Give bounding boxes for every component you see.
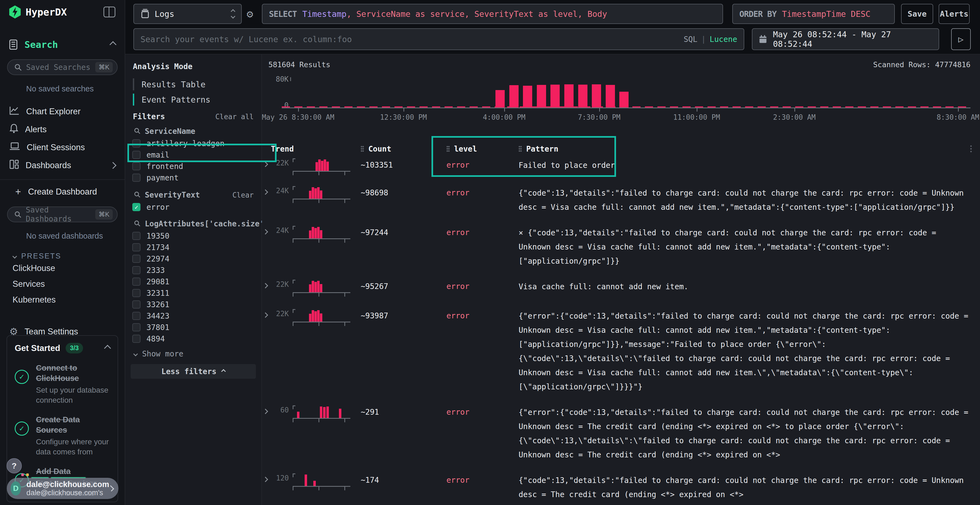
column-header-trend[interactable]: Trend [271,145,361,154]
filter-checkbox-row[interactable]: 19350 [132,230,256,241]
expand-chevron-icon[interactable] [263,189,268,195]
table-row[interactable]: 24K~98698error{"code":13,"details":"fail… [262,180,980,220]
histogram-bar[interactable] [578,85,587,108]
checkbox[interactable] [132,312,140,320]
expand-chevron-icon[interactable] [263,409,268,414]
sidebar-item-dashboards[interactable]: Dashboards [0,156,125,175]
results-histogram[interactable]: 80K 0 May 26 8:30:00 AM12:30:00 PM4:00:0… [262,71,980,136]
filter-checkbox-row[interactable]: 4894 [132,333,256,345]
expand-chevron-icon[interactable] [263,229,268,235]
presets-toggle[interactable]: PRESETS [0,252,125,260]
filter-checkbox-row[interactable]: artillery-loadgen [132,138,256,149]
histogram-bar[interactable] [509,85,519,108]
histogram-bar[interactable] [619,92,628,108]
chevron-up-icon[interactable] [104,345,111,351]
help-button[interactable]: ? [6,458,22,473]
query-language-toggle[interactable]: SQL | Lucene [684,35,737,44]
histogram-bar[interactable] [592,84,601,108]
filter-checkbox-row[interactable]: 37801 [132,322,256,333]
saved-searches-input[interactable]: Saved Searches ⌘K [7,59,118,75]
select-columns-input[interactable]: SELECT Timestamp, ServiceName as service… [262,4,723,24]
save-button[interactable]: Save [901,4,933,24]
expand-chevron-icon[interactable] [263,477,268,482]
clear-all-button[interactable]: Clear all [215,113,254,121]
table-row[interactable]: 22K~103351errorFailed to place order [262,156,980,180]
histogram-bar[interactable] [523,86,532,108]
histogram-bar[interactable] [564,84,574,108]
filter-checkbox-row[interactable]: frontend [132,160,256,172]
sidebar-item-search[interactable]: Search [0,37,125,53]
filter-checkbox-row[interactable]: 29081 [132,276,256,287]
histogram-bar[interactable] [495,90,505,108]
checkbox[interactable] [132,335,140,343]
clear-filter-button[interactable]: Clear [232,191,254,199]
search-icon[interactable] [134,191,140,199]
filter-checkbox-row[interactable]: 22974 [132,253,256,264]
table-options-icon[interactable] [970,145,972,153]
checkbox[interactable] [132,139,140,148]
table-row[interactable]: 22K~93987error{"error":{"code":13,"detai… [262,303,980,399]
source-settings-gear-icon[interactable]: ⚙ [247,8,253,20]
histogram-bar[interactable] [537,85,546,108]
show-more-button[interactable]: Show more [134,349,183,358]
date-range-picker[interactable]: May 26 08:52:44 - May 27 08:52:44 [752,28,939,50]
checkbox[interactable] [132,232,140,240]
checkbox[interactable] [132,266,140,274]
source-select[interactable]: Logs [134,4,242,24]
user-menu[interactable]: D dale@clickhouse.com dale@clickhouse.co… [7,478,118,499]
checkbox[interactable] [132,162,140,170]
run-query-button[interactable]: ▷ [951,28,971,50]
drag-handle-icon[interactable] [519,146,522,152]
drag-handle-icon[interactable] [447,146,450,152]
checkbox[interactable] [132,323,140,332]
filter-checkbox-row[interactable]: 32311 [132,287,256,299]
saved-dashboards-input[interactable]: Saved Dashboards ⌘K [7,206,118,222]
less-filters-button[interactable]: Less filters [130,364,256,379]
filter-checkbox-row[interactable]: ✓error [132,201,256,213]
filter-checkbox-row[interactable]: 2333 [132,264,256,276]
analysis-mode-results-table[interactable]: Results Table [133,77,256,92]
analysis-mode-event-patterns[interactable]: Event Patterns [133,92,256,107]
search-icon[interactable] [134,220,140,228]
table-row[interactable]: 60~291error{"error":{"code":13,"details"… [262,399,980,467]
column-header-count[interactable]: Count [361,145,447,154]
filter-checkbox-row[interactable]: email [132,149,256,160]
event-search-input[interactable]: Search your events w/ Lucene ex. column:… [134,28,744,50]
checkbox[interactable] [132,255,140,263]
create-dashboard-button[interactable]: + Create Dashboard [0,184,125,200]
drag-handle-icon[interactable] [361,146,364,152]
chevron-up-icon[interactable] [110,162,116,169]
order-by-input[interactable]: ORDER BY TimestampTime DESC [732,4,895,24]
checkbox[interactable] [132,243,140,251]
column-header-pattern[interactable]: Pattern [519,145,980,154]
filter-checkbox-row[interactable]: 34423 [132,310,256,322]
checkbox[interactable] [132,289,140,297]
preset-item-kubernetes[interactable]: Kubernetes [0,292,125,308]
checkbox[interactable] [132,151,140,159]
expand-chevron-icon[interactable] [263,312,268,318]
filter-checkbox-row[interactable]: payment [132,172,256,183]
checkbox[interactable] [132,278,140,286]
sidebar-item-alerts[interactable]: Alerts [0,121,125,138]
table-row[interactable]: 120~174error{"code":13,"details":"failed… [262,467,980,505]
filter-checkbox-row[interactable]: 33261 [132,299,256,310]
sql-toggle[interactable]: SQL [684,35,697,44]
alerts-button[interactable]: Alerts [939,4,970,24]
histogram-bar[interactable] [606,85,615,108]
chevron-up-icon[interactable] [110,41,116,48]
checkbox[interactable] [132,300,140,308]
search-icon[interactable] [134,128,140,135]
sidebar-item-client-sessions[interactable]: Client Sessions [0,138,125,156]
table-row[interactable]: 24K~97244error× {"code":13,"details":"fa… [262,220,980,274]
sidebar-item-chart-explorer[interactable]: Chart Explorer [0,103,125,121]
preset-item-clickhouse[interactable]: ClickHouse [0,260,125,276]
filter-checkbox-row[interactable]: 21734 [132,241,256,253]
expand-chevron-icon[interactable] [263,283,268,288]
checkbox-checked[interactable]: ✓ [132,203,140,211]
lucene-toggle[interactable]: Lucene [710,35,737,44]
column-header-level[interactable]: level [447,145,519,154]
checkbox[interactable] [132,173,140,182]
preset-item-services[interactable]: Services [0,276,125,292]
table-row[interactable]: 22K~95267errorVisa cache full: cannot ad… [262,274,980,303]
histogram-bar[interactable] [550,85,560,108]
